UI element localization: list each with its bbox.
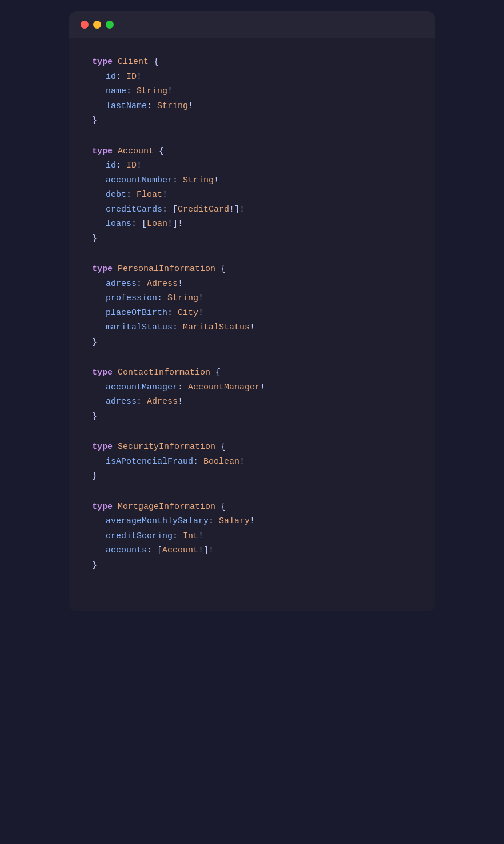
close-brace: }	[92, 560, 97, 570]
open-brace: {	[210, 368, 221, 377]
open-brace: {	[215, 442, 226, 452]
close-bracket: ]	[173, 219, 178, 229]
exclaim: !	[239, 457, 245, 467]
colon: :	[173, 176, 183, 185]
type-ref: String	[183, 176, 214, 185]
field-line: maritalStatus: MaritalStatus!	[92, 320, 412, 335]
field-line: id: ID!	[92, 158, 412, 173]
colon: :	[116, 161, 126, 170]
open-bracket: [	[157, 546, 162, 555]
field-name: creditCards	[92, 205, 162, 214]
exclaim: !	[178, 279, 183, 289]
field-name: debt	[92, 190, 126, 200]
exclaim: !	[214, 176, 219, 185]
exclaim: !	[178, 219, 183, 229]
field-line: id: ID!	[92, 70, 412, 85]
keyword-type: type	[92, 57, 113, 67]
colon: :	[173, 531, 183, 541]
colon: :	[193, 457, 203, 467]
type-name: MortgageInformation	[113, 502, 215, 512]
exclaim: !	[250, 516, 255, 526]
colon: :	[209, 516, 219, 526]
keyword-type: type	[92, 502, 113, 512]
type-name: ContactInformation	[113, 368, 210, 377]
titlebar	[69, 11, 435, 38]
type-ref: MaritalStatus	[183, 323, 250, 332]
colon: :	[157, 293, 167, 303]
field-name: loans	[92, 219, 131, 229]
field-line: accounts: [Account!]!	[92, 543, 412, 558]
field-line: accountNumber: String!	[92, 173, 412, 188]
type-block: type Client {id: ID!name: String!lastNam…	[92, 55, 412, 128]
type-name: PersonalInformation	[113, 264, 215, 274]
exclaim: !	[178, 397, 183, 407]
colon: :	[147, 101, 157, 111]
close-bracket: ]	[203, 546, 209, 555]
close-brace: }	[92, 471, 97, 481]
exclaim: !	[198, 293, 203, 303]
colon: :	[147, 546, 157, 555]
field-name: profession	[92, 293, 157, 303]
exclaim: !	[229, 205, 234, 214]
field-name: adress	[92, 397, 137, 407]
type-block: type ContactInformation {accountManager:…	[92, 365, 412, 424]
close-brace: }	[92, 337, 97, 347]
type-ref: ID	[126, 161, 137, 170]
open-brace: {	[215, 502, 226, 512]
close-brace: }	[92, 234, 97, 244]
type-name: Account	[113, 146, 154, 156]
type-ref: Adress	[147, 279, 178, 289]
field-name: adress	[92, 279, 137, 289]
type-ref: Salary	[219, 516, 250, 526]
colon: :	[126, 86, 137, 96]
field-line: lastName: String!	[92, 99, 412, 114]
exclaim: !	[162, 190, 167, 200]
field-line: accountManager: AccountManager!	[92, 380, 412, 395]
type-ref: Loan	[147, 219, 167, 229]
field-line: placeOfBirth: City!	[92, 306, 412, 321]
type-ref: String	[137, 86, 167, 96]
type-name: Client	[113, 57, 149, 67]
field-name: creditScoring	[92, 531, 173, 541]
exclaim: !	[239, 205, 245, 214]
field-name: placeOfBirth	[92, 308, 167, 318]
close-brace: }	[92, 412, 97, 421]
type-block: type Account {id: ID!accountNumber: Stri…	[92, 144, 412, 246]
type-ref: City	[178, 308, 198, 318]
keyword-type: type	[92, 442, 113, 452]
type-ref: String	[167, 293, 198, 303]
exclaim: !	[137, 161, 142, 170]
exclaim: !	[167, 86, 173, 96]
type-ref: Boolean	[203, 457, 239, 467]
field-name: id	[92, 72, 116, 82]
exclaim: !	[260, 383, 265, 392]
open-brace: {	[215, 264, 226, 274]
type-ref: Float	[137, 190, 162, 200]
type-ref: Int	[183, 531, 198, 541]
open-brace: {	[154, 146, 164, 156]
type-ref: AccountManager	[188, 383, 260, 392]
field-line: loans: [Loan!]!	[92, 217, 412, 232]
type-block: type SecurityInformation {isAPotencialFr…	[92, 440, 412, 484]
field-line: isAPotencialFraud: Boolean!	[92, 455, 412, 469]
code-editor: type Client {id: ID!name: String!lastNam…	[69, 38, 435, 611]
field-name: isAPotencialFraud	[92, 457, 193, 467]
field-line: creditScoring: Int!	[92, 529, 412, 544]
type-ref: ID	[126, 72, 137, 82]
minimize-dot[interactable]	[93, 21, 101, 29]
field-name: maritalStatus	[92, 323, 173, 332]
keyword-type: type	[92, 264, 113, 274]
close-dot[interactable]	[81, 21, 89, 29]
colon: :	[137, 397, 147, 407]
field-line: creditCards: [CreditCard!]!	[92, 202, 412, 217]
field-name: lastName	[92, 101, 147, 111]
field-name: accountManager	[92, 383, 178, 392]
close-brace: }	[92, 116, 97, 125]
maximize-dot[interactable]	[106, 21, 114, 29]
field-line: name: String!	[92, 84, 412, 99]
field-line: adress: Adress!	[92, 277, 412, 292]
type-block: type PersonalInformation {adress: Adress…	[92, 262, 412, 349]
colon: :	[173, 323, 183, 332]
colon: :	[162, 205, 173, 214]
field-name: id	[92, 161, 116, 170]
